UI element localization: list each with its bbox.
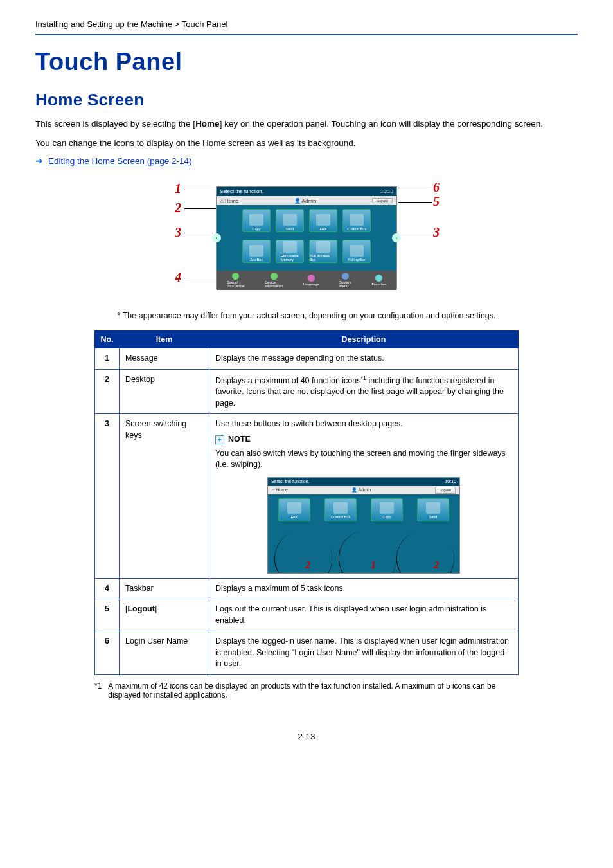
logout-button-mock: Logout bbox=[372, 198, 393, 203]
th-desc: Description bbox=[209, 331, 519, 348]
callout-2: 2 bbox=[175, 201, 181, 215]
intro-para-2: You can change the icons to display on t… bbox=[35, 137, 578, 150]
table-row: 3 Screen-switching keys Use these button… bbox=[95, 414, 519, 579]
table-row: 1 Message Displays the message depending… bbox=[95, 348, 519, 370]
callout-5: 5 bbox=[433, 194, 440, 209]
page-number: 2-13 bbox=[35, 732, 578, 741]
callout-4: 4 bbox=[175, 270, 181, 285]
home-screen-diagram: 1 2 3 4 6 5 3 Select the function.10:10 … bbox=[35, 174, 578, 302]
description-table: No. Item Description 1 Message Displays … bbox=[94, 330, 519, 675]
callout-3-left: 3 bbox=[175, 225, 181, 240]
callout-6: 6 bbox=[433, 180, 440, 195]
section-title: Home Screen bbox=[35, 90, 578, 110]
callout-1: 1 bbox=[175, 181, 181, 196]
intro-para-1: This screen is displayed by selecting th… bbox=[35, 118, 578, 131]
divider bbox=[35, 34, 578, 35]
th-item: Item bbox=[120, 331, 209, 348]
table-row: 4 Taskbar Displays a maximum of 5 task i… bbox=[95, 578, 519, 599]
edit-home-screen-link[interactable]: Editing the Home Screen (page 2-14) bbox=[48, 156, 192, 166]
callout-3-right: 3 bbox=[433, 225, 440, 240]
table-row: 2 Desktop Displays a maximum of 40 funct… bbox=[95, 369, 519, 414]
breadcrumb: Installing and Setting up the Machine > … bbox=[35, 19, 578, 34]
note-label: ✦ NOTE bbox=[215, 434, 251, 446]
home-screen-mock: Select the function.10:10 ⌂ Home 👤 Admin… bbox=[216, 186, 397, 289]
appearance-note: * The appearance may differ from your ac… bbox=[35, 311, 578, 320]
link-arrow-icon: ➜ bbox=[35, 156, 43, 166]
footnote: *1 A maximum of 42 icons can be displaye… bbox=[94, 682, 519, 700]
table-row: 5 [Logout] Logs out the current user. Th… bbox=[95, 599, 519, 631]
swipe-diagram: Select the function.10:10 ⌂ Home👤 AdminL… bbox=[215, 477, 512, 574]
note-icon: ✦ bbox=[215, 435, 224, 444]
th-no: No. bbox=[95, 331, 120, 348]
page-title: Touch Panel bbox=[35, 48, 578, 76]
table-row: 6 Login User Name Displays the logged-in… bbox=[95, 631, 519, 675]
